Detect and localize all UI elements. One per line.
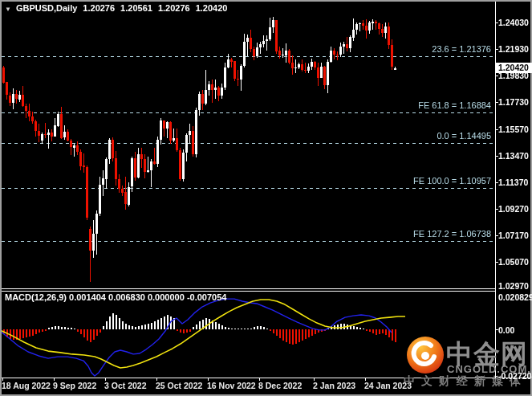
current-price-badge: 1.20420 (496, 63, 532, 73)
date-tick-label: 16 Nov 2022 (207, 381, 256, 390)
price-tick-label: 1.11370 (498, 178, 528, 187)
cngold-logo-icon (405, 335, 445, 375)
price-tick-label: 1.09270 (498, 204, 529, 214)
date-tick-label: 3 Oct 2022 (104, 381, 147, 390)
date-tick-label: 18 Aug 2022 (2, 381, 51, 390)
open-value: 1.20276 (83, 3, 115, 13)
price-tick-label: 1.07170 (498, 231, 529, 240)
price-tick-label: 1.15570 (498, 125, 529, 134)
price-tick-label: 1.17730 (498, 97, 529, 107)
fib-level-label: FE 61.8 = 1.16884 (418, 100, 491, 110)
chart-window: ▼GBPUSD,Daily1.202761.205611.202761.2042… (0, 0, 532, 396)
price-tick-label: 1.02970 (498, 281, 529, 291)
price-tick-label: 1.24030 (498, 18, 529, 27)
macd-axis-min-label: -0.027204 (498, 371, 532, 381)
price-tick-label: 1.05070 (498, 257, 529, 267)
macd-axis-zero-label: 0.00 (498, 325, 514, 335)
chart-title: ▼GBPUSD,Daily1.202761.205611.202761.2042… (5, 3, 233, 13)
date-tick-label: 9 Sep 2022 (53, 381, 96, 390)
fib-level-label: FE 127.2 = 1.06738 (413, 229, 491, 239)
fib-level-label: FE 100.0 = 1.10957 (413, 176, 491, 186)
symbol-period-label: GBPUSD,Daily (16, 3, 77, 13)
fib-level-label: 0.0 = 1.14495 (437, 131, 491, 141)
macd-indicator-label: MACD(12,26,9) 0.001404 0.006830 0.000000… (5, 292, 226, 302)
price-tick-label: 1.13470 (498, 151, 529, 161)
fib-level-label: 23.6 = 1.21376 (432, 44, 491, 54)
close-value: 1.20420 (196, 3, 228, 13)
symbol-dropdown-icon[interactable]: ▼ (5, 6, 11, 13)
high-value: 1.20561 (120, 3, 152, 13)
date-tick-label: 2 Jan 2023 (313, 381, 355, 390)
price-tick-label: 1.21930 (498, 44, 529, 54)
date-tick-label: 8 Dec 2022 (258, 381, 302, 390)
macd-axis-max-label: 0.020829 (498, 292, 532, 302)
date-tick-label: 25 Oct 2022 (156, 381, 202, 390)
low-value: 1.20276 (158, 3, 190, 13)
